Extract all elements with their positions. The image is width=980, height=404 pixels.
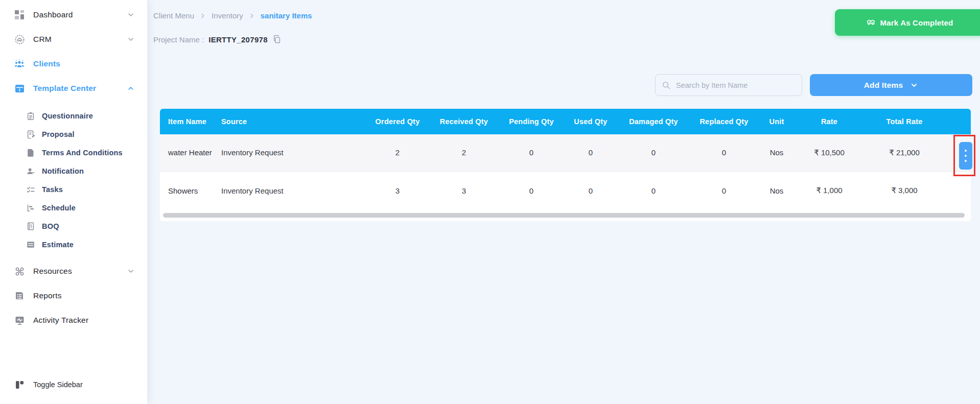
sidebar-item-boq[interactable]: § BOQ xyxy=(0,217,147,235)
cell-unit: Nos xyxy=(757,171,797,210)
project-name-label: Project Name : xyxy=(153,35,204,44)
horizontal-scrollbar[interactable] xyxy=(163,213,965,218)
notification-icon xyxy=(26,167,35,176)
sidebar-item-clients[interactable]: Clients xyxy=(0,52,147,76)
sidebar-item-label: Dashboard xyxy=(33,10,73,19)
toggle-sidebar-button[interactable]: Toggle Sidebar xyxy=(0,372,147,397)
svg-text:§: § xyxy=(30,224,32,229)
row-actions-kebab-button[interactable] xyxy=(959,142,972,170)
search-icon xyxy=(662,81,671,90)
chevron-down-icon xyxy=(910,81,918,89)
sidebar-item-resources[interactable]: Resources xyxy=(0,259,147,283)
kebab-dot xyxy=(965,160,967,162)
cell-replaced-qty: 0 xyxy=(691,134,757,171)
terms-icon xyxy=(26,148,35,158)
cell-received-qty: 2 xyxy=(431,134,497,171)
dashboard-icon xyxy=(14,9,25,20)
main-content: Client Menu Inventory sanitary Items Pro… xyxy=(147,0,980,404)
table-row: Showers Inventory Request 3 3 0 0 0 0 No… xyxy=(160,171,971,210)
chevron-down-icon xyxy=(127,11,135,19)
sidebar-item-label: Resources xyxy=(33,267,72,276)
schedule-icon xyxy=(26,203,35,213)
sidebar-item-label: Template Center xyxy=(33,84,96,93)
sidebar-item-label: Terms And Conditions xyxy=(42,149,123,157)
cell-used-qty: 0 xyxy=(566,134,616,171)
table-row: water Heater Inventory Request 2 2 0 0 0… xyxy=(160,134,971,171)
header-total-rate: Total Rate xyxy=(862,109,947,134)
sidebar-item-reports[interactable]: Reports xyxy=(0,283,147,308)
resources-icon xyxy=(14,266,25,277)
mark-as-completed-button[interactable]: Mark As Completed xyxy=(835,9,980,36)
kebab-dot xyxy=(965,155,967,157)
header-pending-qty: Pending Qty xyxy=(497,109,566,134)
header-received-qty: Received Qty xyxy=(431,109,497,134)
sidebar-item-terms-and-conditions[interactable]: Terms And Conditions xyxy=(0,144,147,162)
sidebar-item-template-center[interactable]: Template Center xyxy=(0,76,147,101)
breadcrumb-inventory[interactable]: Inventory xyxy=(212,11,243,20)
sidebar-item-questionnaire[interactable]: Questionnaire xyxy=(0,107,147,125)
search-input[interactable] xyxy=(676,81,796,89)
kebab-dot xyxy=(965,150,967,152)
template-center-submenu: Questionnaire Proposal Terms And Conditi… xyxy=(0,107,147,254)
chevron-down-icon xyxy=(127,35,135,43)
crm-icon xyxy=(14,34,25,45)
cell-item-name: water Heater xyxy=(160,134,213,171)
header-unit: Unit xyxy=(757,109,797,134)
cell-item-name: Showers xyxy=(160,171,213,210)
sidebar-item-tasks[interactable]: Tasks xyxy=(0,180,147,199)
template-center-icon xyxy=(14,83,25,94)
cell-unit: Nos xyxy=(757,134,797,171)
handshake-icon xyxy=(866,18,876,28)
cell-source: Inventory Request xyxy=(213,171,364,210)
sidebar-item-crm[interactable]: CRM xyxy=(0,27,147,52)
activity-tracker-icon xyxy=(14,315,25,326)
sidebar-item-label: Tasks xyxy=(42,185,63,194)
sidebar-item-label: Clients xyxy=(33,59,60,68)
breadcrumb-client-menu[interactable]: Client Menu xyxy=(153,11,194,20)
toggle-sidebar-label: Toggle Sidebar xyxy=(33,381,83,389)
toggle-sidebar-icon xyxy=(14,379,25,390)
header-item-name: Item Name xyxy=(160,109,213,134)
questionnaire-icon xyxy=(26,111,35,121)
cell-total-rate: ₹ 3,000 xyxy=(862,171,947,210)
boq-icon: § xyxy=(26,222,35,231)
chevron-down-icon xyxy=(127,267,135,275)
sidebar-item-notification[interactable]: Notification xyxy=(0,162,147,180)
sidebar-item-dashboard[interactable]: Dashboard xyxy=(0,3,147,27)
header-replaced-qty: Replaced Qty xyxy=(691,109,757,134)
cell-ordered-qty: 3 xyxy=(364,171,431,210)
project-name-row: Project Name : IERTTY_207978 xyxy=(153,35,282,44)
sidebar-item-label: Notification xyxy=(42,167,84,175)
project-name-value: IERTTY_207978 xyxy=(208,35,268,44)
cell-damaged-qty: 0 xyxy=(616,134,691,171)
cell-received-qty: 3 xyxy=(431,171,497,210)
sidebar-item-schedule[interactable]: Schedule xyxy=(0,199,147,217)
sidebar-item-label: Reports xyxy=(33,291,62,300)
cell-rate: ₹ 10,500 xyxy=(797,134,862,171)
horizontal-scroll-zone xyxy=(160,210,971,221)
header-damaged-qty: Damaged Qty xyxy=(616,109,691,134)
cell-ordered-qty: 2 xyxy=(364,134,431,171)
copy-icon[interactable] xyxy=(272,35,282,44)
sidebar-item-label: Schedule xyxy=(42,204,76,212)
header-ordered-qty: Ordered Qty xyxy=(364,109,431,134)
estimate-icon xyxy=(26,240,35,250)
sidebar-item-label: Activity Tracker xyxy=(33,316,88,325)
add-items-button[interactable]: Add Items xyxy=(810,74,972,96)
cell-actions xyxy=(947,171,971,210)
chevron-right-icon xyxy=(248,12,255,19)
cell-used-qty: 0 xyxy=(566,171,616,210)
sidebar-item-proposal[interactable]: Proposal xyxy=(0,125,147,144)
chevron-up-icon xyxy=(127,84,135,92)
cell-pending-qty: 0 xyxy=(497,171,566,210)
add-items-label: Add Items xyxy=(864,81,903,90)
sidebar-item-activity-tracker[interactable]: Activity Tracker xyxy=(0,308,147,332)
sidebar-item-estimate[interactable]: Estimate xyxy=(0,235,147,254)
sidebar-item-label: Estimate xyxy=(42,241,74,249)
sidebar-item-label: Proposal xyxy=(42,130,75,138)
header-source: Source xyxy=(213,109,364,134)
breadcrumb-sanitary-items: sanitary Items xyxy=(261,11,312,20)
sidebar-item-label: CRM xyxy=(33,35,52,44)
tasks-icon xyxy=(26,185,35,195)
cell-damaged-qty: 0 xyxy=(616,171,691,210)
